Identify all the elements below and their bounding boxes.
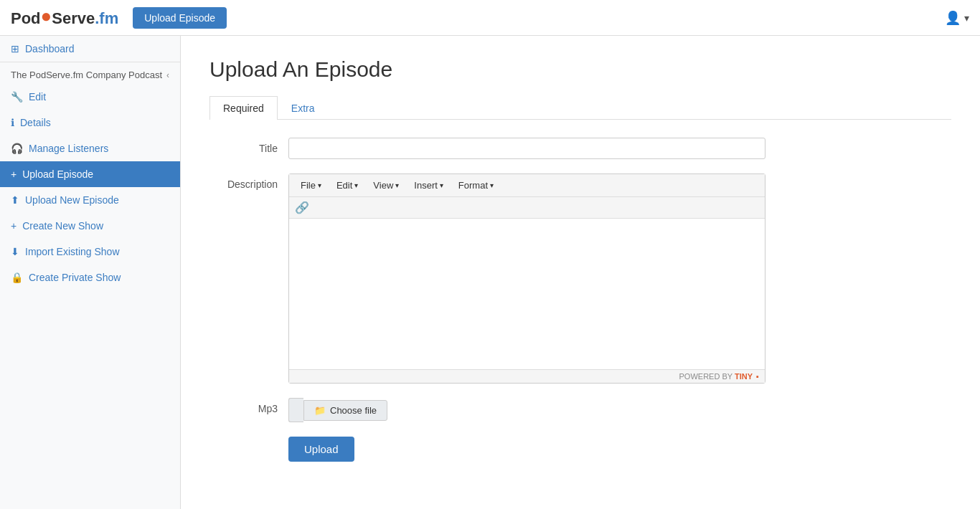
title-form-group: Title bbox=[209, 138, 951, 159]
upload-button[interactable]: Upload bbox=[288, 437, 354, 462]
sidebar: ⊞ Dashboard The PodServe.fm Company Podc… bbox=[0, 36, 181, 509]
sidebar-item-details[interactable]: ℹ Details bbox=[0, 110, 180, 135]
editor-menu-view[interactable]: View ▾ bbox=[367, 178, 405, 193]
tab-extra[interactable]: Extra bbox=[278, 96, 329, 120]
tabs: Required Extra bbox=[209, 96, 951, 120]
layout: ⊞ Dashboard The PodServe.fm Company Podc… bbox=[0, 36, 980, 509]
sidebar-show-title: The PodServe.fm Company Podcast bbox=[11, 70, 162, 80]
sidebar-details-label: Details bbox=[20, 117, 51, 128]
sidebar-item-create-private-show[interactable]: 🔒 Create Private Show bbox=[0, 265, 180, 290]
sidebar-item-dashboard[interactable]: ⊞ Dashboard bbox=[0, 36, 180, 62]
mp3-form-group: Mp3 📁 Choose file bbox=[209, 398, 951, 422]
wrench-icon: 🔧 bbox=[11, 91, 23, 103]
create-show-icon: + bbox=[11, 220, 17, 232]
sidebar-chevron-icon[interactable]: ‹ bbox=[166, 70, 169, 80]
sidebar-item-create-new-show[interactable]: + Create New Show bbox=[0, 213, 180, 239]
sidebar-item-manage-listeners[interactable]: 🎧 Manage Listeners bbox=[0, 135, 180, 161]
sidebar-item-upload-new-episode[interactable]: ⬆ Upload New Episode bbox=[0, 187, 180, 213]
description-label: Description bbox=[209, 173, 288, 190]
user-icon: 👤 bbox=[945, 10, 961, 26]
import-icon: ⬇ bbox=[11, 246, 19, 257]
sidebar-upload-episode-label: Upload Episode bbox=[22, 168, 93, 180]
file-input-group: 📁 Choose file bbox=[288, 398, 387, 422]
lock-icon: 🔒 bbox=[11, 272, 23, 283]
sidebar-upload-new-episode-label: Upload New Episode bbox=[25, 194, 119, 206]
tiny-logo: TINY bbox=[735, 372, 753, 381]
editor-menu-format[interactable]: Format ▾ bbox=[453, 178, 499, 193]
sidebar-manage-listeners-label: Manage Listeners bbox=[29, 143, 108, 154]
sidebar-item-upload-episode[interactable]: + Upload Episode bbox=[0, 161, 180, 187]
sidebar-dashboard-label: Dashboard bbox=[25, 43, 75, 54]
description-form-group: Description File ▾ Edit ▾ View ▾ Insert … bbox=[209, 173, 951, 384]
info-icon: ℹ bbox=[11, 117, 14, 128]
user-chevron: ▾ bbox=[964, 12, 969, 24]
title-label: Title bbox=[209, 138, 288, 154]
description-editor: File ▾ Edit ▾ View ▾ Insert ▾ Format ▾ 🔗… bbox=[288, 173, 765, 384]
mp3-label: Mp3 bbox=[209, 398, 288, 414]
main-content: Upload An Episode Required Extra Title D… bbox=[181, 36, 980, 509]
editor-menu-edit[interactable]: Edit ▾ bbox=[331, 178, 364, 193]
brand-logo: Pod●Serve.fm bbox=[11, 6, 118, 29]
link-icon[interactable]: 🔗 bbox=[295, 201, 309, 214]
editor-menubar: File ▾ Edit ▾ View ▾ Insert ▾ Format ▾ bbox=[289, 174, 765, 197]
powered-by-label: POWERED BY bbox=[679, 372, 735, 381]
navbar: Pod●Serve.fm Upload Episode 👤 ▾ bbox=[0, 0, 980, 36]
sidebar-create-new-show-label: Create New Show bbox=[22, 220, 103, 232]
sidebar-item-import-existing-show[interactable]: ⬇ Import Existing Show bbox=[0, 239, 180, 265]
sidebar-item-edit[interactable]: 🔧 Edit bbox=[0, 84, 180, 110]
upload-btn-container: Upload bbox=[209, 437, 951, 462]
dashboard-icon: ⊞ bbox=[11, 43, 19, 54]
editor-menu-insert[interactable]: Insert ▾ bbox=[408, 178, 449, 193]
headphones-icon: 🎧 bbox=[11, 143, 23, 154]
editor-body[interactable] bbox=[289, 219, 765, 369]
title-input[interactable] bbox=[288, 138, 765, 159]
tiny-logo-icon: ▪ bbox=[756, 372, 759, 381]
editor-toolbar-icons: 🔗 bbox=[289, 197, 765, 219]
brand: Pod●Serve.fm Upload Episode bbox=[11, 6, 227, 29]
upload-icon: ⬆ bbox=[11, 194, 19, 206]
user-menu[interactable]: 👤 ▾ bbox=[945, 10, 969, 26]
editor-menu-file[interactable]: File ▾ bbox=[295, 178, 327, 193]
sidebar-edit-label: Edit bbox=[29, 91, 46, 103]
tab-required[interactable]: Required bbox=[209, 96, 278, 120]
sidebar-create-private-show-label: Create Private Show bbox=[29, 272, 121, 283]
plus-icon: + bbox=[11, 168, 17, 180]
sidebar-show-section: The PodServe.fm Company Podcast ‹ bbox=[0, 62, 180, 84]
choose-file-button[interactable]: 📁 Choose file bbox=[303, 400, 387, 421]
choose-file-label: Choose file bbox=[330, 405, 377, 416]
editor-footer: POWERED BY TINY ▪ bbox=[289, 369, 765, 383]
page-title: Upload An Episode bbox=[209, 57, 951, 82]
file-path-display bbox=[288, 398, 303, 422]
navbar-upload-btn[interactable]: Upload Episode bbox=[133, 7, 227, 29]
folder-icon: 📁 bbox=[314, 405, 326, 416]
sidebar-import-existing-show-label: Import Existing Show bbox=[25, 246, 120, 257]
